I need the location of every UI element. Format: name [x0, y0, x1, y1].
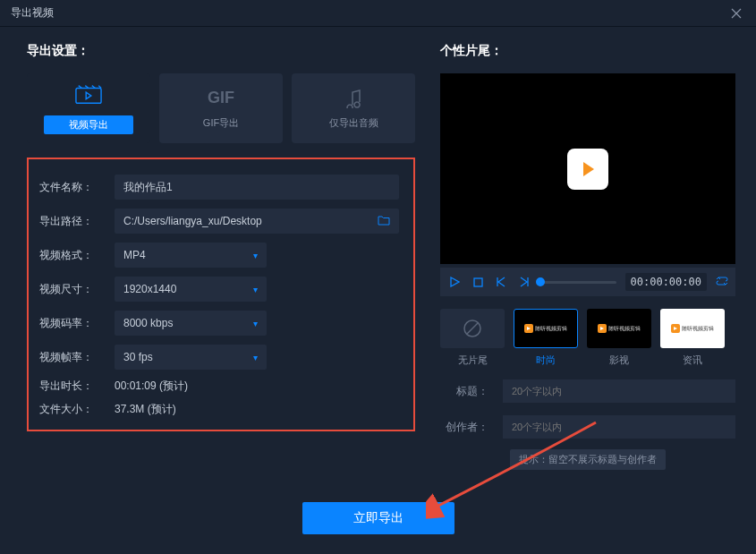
duration-value: 00:01:09 (预计) — [115, 379, 188, 394]
svg-rect-0 — [76, 88, 101, 103]
tab-gif-export[interactable]: GIF GIF导出 — [159, 73, 283, 143]
size-select[interactable]: 1920x1440 ▾ — [115, 277, 267, 302]
settings-panel: 文件名称： 导出路径： C:/Users/liangya_xu/Desktop … — [27, 158, 415, 431]
format-value: MP4 — [123, 249, 146, 261]
outro-fashion-label: 时尚 — [514, 354, 578, 367]
tab-video-export[interactable]: 视频导出 — [27, 73, 150, 143]
filename-label: 文件名称： — [39, 180, 102, 195]
gif-export-icon: GIF — [208, 88, 234, 109]
outro-heading: 个性片尾： — [440, 43, 735, 59]
path-value: C:/Users/liangya_xu/Desktop — [123, 215, 262, 227]
chevron-down-icon: ▾ — [253, 251, 258, 260]
fps-label: 视频帧率： — [39, 350, 102, 365]
outro-fashion[interactable]: 随听视频剪辑 — [514, 309, 578, 348]
outro-none-label: 无片尾 — [440, 354, 505, 367]
filename-input[interactable] — [115, 175, 399, 200]
prev-button[interactable] — [494, 275, 508, 289]
title-label: 标题： — [440, 384, 488, 399]
window-title: 导出视频 — [11, 5, 54, 21]
author-input[interactable] — [503, 415, 735, 439]
size-label: 视频尺寸： — [39, 282, 102, 297]
fps-value: 30 fps — [123, 351, 153, 363]
outro-none[interactable] — [440, 309, 505, 348]
play-button[interactable] — [447, 275, 462, 289]
export-settings-heading: 导出设置： — [27, 43, 415, 59]
player-controls: 00:00:00:00 — [440, 268, 735, 296]
outro-news-label: 资讯 — [660, 354, 725, 367]
preview-logo — [567, 149, 608, 190]
author-label: 创作者： — [440, 420, 488, 435]
duration-label: 导出时长： — [39, 379, 102, 394]
slider-thumb[interactable] — [536, 277, 545, 286]
outro-news[interactable]: 随听视频剪辑 — [660, 309, 725, 348]
chevron-down-icon: ▾ — [253, 319, 258, 328]
outro-movie-label: 影视 — [587, 354, 651, 367]
video-export-icon — [75, 83, 102, 105]
path-label: 导出路径： — [39, 214, 102, 229]
filesize-label: 文件大小： — [39, 402, 102, 417]
tab-video-label: 视频导出 — [44, 115, 133, 134]
close-button[interactable] — [727, 4, 745, 22]
loop-button[interactable] — [716, 276, 728, 289]
format-tabs: 视频导出 GIF GIF导出 仅导出音频 — [27, 73, 415, 143]
tab-audio-export[interactable]: 仅导出音频 — [292, 73, 415, 143]
tab-gif-label: GIF导出 — [203, 116, 239, 130]
fps-select[interactable]: 30 fps ▾ — [115, 345, 267, 370]
titlebar: 导出视频 — [0, 0, 756, 27]
preview-player — [440, 73, 735, 264]
title-input[interactable] — [503, 379, 735, 403]
folder-icon[interactable] — [378, 215, 390, 228]
svg-rect-1 — [474, 278, 482, 286]
next-button[interactable] — [517, 275, 531, 289]
format-label: 视频格式： — [39, 248, 102, 263]
outro-options: 随听视频剪辑 随听视频剪辑 随听视频剪辑 — [440, 309, 735, 348]
bitrate-value: 8000 kbps — [123, 317, 173, 329]
bitrate-select[interactable]: 8000 kbps ▾ — [115, 311, 267, 336]
size-value: 1920x1440 — [123, 283, 176, 295]
timecode: 00:00:00:00 — [625, 273, 707, 291]
stop-button[interactable] — [471, 275, 485, 289]
export-button[interactable]: 立即导出 — [302, 502, 454, 534]
progress-slider[interactable] — [540, 281, 616, 284]
hint-text: 提示：留空不展示标题与创作者 — [510, 449, 666, 470]
tab-audio-label: 仅导出音频 — [329, 116, 378, 130]
chevron-down-icon: ▾ — [253, 285, 258, 294]
filename-field[interactable] — [123, 181, 390, 193]
outro-movie[interactable]: 随听视频剪辑 — [587, 309, 651, 348]
format-select[interactable]: MP4 ▾ — [115, 243, 267, 268]
path-input[interactable]: C:/Users/liangya_xu/Desktop — [115, 209, 399, 234]
filesize-value: 37.3M (预计) — [115, 402, 176, 417]
chevron-down-icon: ▾ — [253, 353, 258, 362]
audio-export-icon — [340, 88, 367, 109]
bitrate-label: 视频码率： — [39, 316, 102, 331]
